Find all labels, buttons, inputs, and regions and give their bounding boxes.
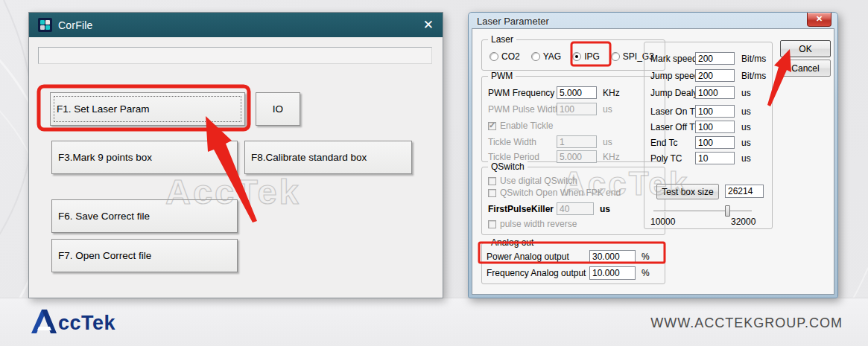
- desktop-background: CorFile ✕ F1. Set Laser Param IO F3.Mark…: [0, 0, 868, 346]
- pwm-pulse-width-input: [557, 103, 597, 115]
- radio-dot-icon: [531, 52, 540, 61]
- corfile-body: F1. Set Laser Param IO F3.Mark 9 points …: [29, 37, 443, 298]
- power-analog-output-input[interactable]: [589, 250, 636, 263]
- laser-dialog-title: Laser Parameter: [477, 16, 549, 27]
- laser-off-tc-input[interactable]: [695, 121, 735, 133]
- radio-yag[interactable]: YAG: [531, 51, 561, 62]
- first-pulse-killer-row: FirstPulseKiller us: [482, 202, 665, 216]
- pwm-group-label: PWM: [488, 71, 516, 81]
- timing-group: Mark speed Bit/ms Jump speed Bit/ms Jump…: [644, 42, 773, 229]
- jump-delay-input[interactable]: [695, 86, 735, 99]
- jump-speed-input[interactable]: [695, 69, 735, 82]
- radio-co2[interactable]: CO2: [490, 51, 520, 62]
- laser-source-group: Laser CO2 YAG IPG: [481, 39, 665, 71]
- checkbox-icon: [488, 177, 496, 185]
- calibrate-standard-box-button[interactable]: F8.Calibrate standard box: [244, 141, 412, 174]
- radio-ipg[interactable]: IPG: [572, 51, 600, 62]
- end-tc-input[interactable]: [695, 136, 735, 149]
- analog-group-label: Analog out: [488, 237, 536, 248]
- laser-dialog-client: Laser CO2 YAG IPG: [472, 28, 834, 295]
- test-box-size-button[interactable]: Test box size: [656, 184, 719, 199]
- frequency-analog-output-row: Frequency Analog output %: [482, 266, 665, 280]
- pwm-frequency-input[interactable]: [557, 86, 597, 99]
- checkbox-icon: [488, 220, 496, 228]
- pwm-pulse-width-row: PWM Pulse Width us: [482, 103, 665, 116]
- laser-group-label: Laser: [488, 34, 516, 45]
- set-laser-param-button[interactable]: F1. Set Laser Param: [50, 92, 245, 126]
- laser-off-tc-row: Laser Off TC us: [644, 121, 772, 134]
- mark-speed-input[interactable]: [695, 52, 735, 65]
- tickle-period-input: [557, 150, 597, 163]
- acctek-logo-text: ccTek: [58, 312, 115, 334]
- acctek-logo: ccTek: [30, 309, 115, 334]
- qswitch-group-label: QSwitch: [488, 161, 528, 172]
- tickle-width-row: Tickle Width us: [482, 135, 665, 149]
- checkbox-icon: [488, 189, 496, 197]
- poly-tc-row: Poly TC us: [644, 152, 772, 165]
- corfile-titlebar[interactable]: CorFile ✕: [29, 13, 443, 37]
- laser-on-tc-row: Laser On TC us: [644, 105, 772, 118]
- correct-file-path-input[interactable]: [38, 47, 432, 64]
- save-correct-file-button[interactable]: F6. Save Correct file: [51, 199, 238, 233]
- tickle-width-input: [557, 135, 597, 148]
- enable-tickle-checkbox: Enable Tickle: [488, 121, 553, 131]
- use-digital-qswitch-checkbox: Use digital QSwitch: [488, 176, 577, 186]
- qswitch-open-fpk-checkbox: QSwitch Open When FPK end: [488, 188, 621, 198]
- poly-tc-input[interactable]: [695, 152, 735, 164]
- power-analog-output-row: Power Analog output %: [482, 250, 665, 263]
- radio-dot-icon: [611, 52, 620, 61]
- corfile-dialog: CorFile ✕ F1. Set Laser Param IO F3.Mark…: [28, 12, 443, 298]
- analog-out-group: Analog out Power Analog output % Frequen…: [481, 243, 665, 284]
- test-box-size-input[interactable]: [725, 185, 764, 198]
- close-icon[interactable]: ✕: [423, 19, 434, 31]
- pwm-frequency-row: PWM Frequency KHz: [482, 86, 665, 100]
- qswitch-group: QSwitch Use digital QSwitch QSwitch Open…: [481, 167, 665, 235]
- io-button[interactable]: IO: [256, 92, 300, 126]
- close-icon: ✕: [816, 14, 823, 23]
- laser-parameter-dialog: Laser Parameter ✕ Laser CO2 YAG: [468, 12, 838, 298]
- first-pulse-killer-input: [557, 202, 594, 215]
- website-url: WWW.ACCTEKGROUP.COM: [650, 315, 843, 331]
- close-button[interactable]: ✕: [807, 13, 831, 27]
- slider-min-label: 10000: [650, 217, 675, 227]
- radio-dot-icon: [572, 52, 581, 61]
- radio-dot-icon: [490, 52, 498, 61]
- open-correct-file-button[interactable]: F7. Open Correct file: [51, 239, 238, 272]
- slider-max-label: 32000: [731, 217, 755, 227]
- checkbox-icon: [488, 122, 496, 130]
- corfile-app-icon: [38, 18, 52, 32]
- box-size-slider-track[interactable]: [653, 211, 752, 212]
- pwm-group: PWM PWM Frequency KHz PWM Pulse Width us…: [481, 76, 665, 162]
- laser-on-tc-input[interactable]: [695, 105, 735, 118]
- laser-type-radio-group: CO2 YAG IPG SPI_G3: [490, 51, 654, 62]
- ok-button[interactable]: OK: [780, 40, 831, 57]
- mark-speed-row: Mark speed Bit/ms: [644, 52, 772, 65]
- acctek-logo-a-icon: [30, 309, 58, 334]
- cancel-button[interactable]: Cancel: [780, 60, 831, 77]
- mark-9-points-box-button[interactable]: F3.Mark 9 points box: [51, 141, 238, 174]
- end-tc-row: End Tc us: [644, 136, 772, 150]
- jump-speed-row: Jump speed Bit/ms: [644, 69, 772, 83]
- corfile-title: CorFile: [58, 19, 93, 31]
- jump-delay-row: Jump Dealy us: [644, 86, 772, 100]
- frequency-analog-output-input[interactable]: [589, 266, 636, 280]
- pulse-width-reverse-checkbox: pulse width reverse: [488, 219, 577, 229]
- box-size-slider-thumb[interactable]: [725, 205, 730, 217]
